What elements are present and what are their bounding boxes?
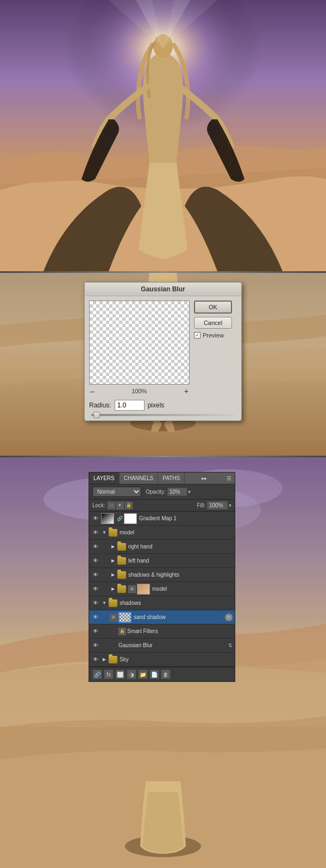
eye-smart-filters[interactable]: 👁 [91,627,100,636]
folder-left-hand [117,557,126,565]
layer-row-sky-group[interactable]: 👁 ▶ Sky [89,653,235,667]
expand-right-hand[interactable]: ▶ [110,544,116,550]
lock-pixels-button[interactable]: □ [108,502,115,509]
lock-label: Lock: [92,502,105,508]
new-adjustment-button[interactable]: ◑ [127,669,136,679]
layer-row-model-smart[interactable]: 👁 ▶ ⊞ model [89,582,235,596]
smart-object-icon: ⊞ [128,585,136,593]
layer-row-smart-filters: 👁 🔒 Smart Filters [89,624,235,639]
dialog-preview-row: – 100% + OK Cancel ✓ Preview [89,301,237,395]
opacity-input[interactable] [167,488,187,496]
slider-row [89,414,237,416]
fill-input[interactable] [207,501,228,509]
layers-footer: 🔗 fx ⬜ ◑ 📁 📄 🗑 [89,667,235,681]
dialog-body: – 100% + OK Cancel ✓ Preview Radiu [85,296,241,420]
eye-sky-group[interactable]: 👁 [91,655,100,664]
lock-move-button[interactable]: ✦ [116,502,124,509]
layer-row-shadows-group[interactable]: 👁 ▼ shadows [89,596,235,610]
add-mask-button[interactable]: ⬜ [115,669,125,679]
bottom-desert-scene: LAYERS CHANNELS PATHS ▸▸ ☰ Normal Opacit… [0,456,326,868]
tab-paths[interactable]: PATHS [158,473,185,484]
middle-desert-scene: Gaussian Blur – 100% + OK Cancel [0,271,326,456]
eye-shadows-group[interactable]: 👁 [91,599,100,608]
layer-row-left-hand[interactable]: 👁 ▶ left hand [89,554,235,568]
layer-row-shadows-highlights[interactable]: 👁 ▶ shadows & highlights [89,568,235,582]
separator-1 [0,271,326,273]
eye-gradient-map[interactable]: 👁 [91,514,100,523]
new-group-button[interactable]: 📁 [138,669,148,679]
layer-name-shadows-group: shadows [120,600,233,606]
cancel-button[interactable]: Cancel [194,317,232,329]
layer-name-shadows-highlights: shadows & highlights [128,572,233,578]
preview-label: Preview [203,332,224,339]
layer-row-gaussian-blur[interactable]: 👁 Gaussian Blur ⇅ [89,639,235,653]
layer-row-right-hand[interactable]: 👁 ▶ right hand [89,540,235,554]
folder-shadows-group [109,599,117,607]
eye-sand-shadow[interactable]: 👁 [91,613,100,622]
thumb-gradient-map [101,513,114,524]
folder-right-hand [117,543,126,551]
eye-gaussian-blur[interactable]: 👁 [91,641,100,650]
expand-shadows-highlights[interactable]: ▶ [110,572,116,578]
eye-left-hand[interactable]: 👁 [91,557,100,565]
radius-row: Radius: pixels [89,400,237,411]
eye-right-hand[interactable]: 👁 [91,542,100,551]
separator-2 [0,456,326,457]
expand-sky-group[interactable]: ▶ [101,656,108,663]
layer-name-sky-group: Sky [120,656,233,662]
folder-sky-group [109,656,117,663]
layer-row-gradient-map[interactable]: 👁 🔗 Gradient Map 1 [89,512,235,526]
radius-label: Radius: [89,401,111,409]
opacity-label: Opacity: [146,489,166,495]
add-style-button[interactable]: fx [104,669,114,679]
preview-area[interactable] [89,301,190,385]
layer-name-right-hand: right hand [128,544,233,550]
blend-mode-select[interactable]: Normal [92,487,141,497]
zoom-plus-button[interactable]: + [184,387,189,395]
expand-model-smart[interactable]: ▶ [110,586,116,592]
layers-panel: LAYERS CHANNELS PATHS ▸▸ ☰ Normal Opacit… [89,472,235,682]
thumb2-gradient-map [124,513,137,524]
tab-channels[interactable]: CHANNELS [120,473,158,484]
zoom-minus-button[interactable]: – [90,387,95,395]
fill-arrow[interactable]: ▾ [229,502,231,508]
more-tabs-icon[interactable]: ▸▸ [198,473,210,484]
expand-shadows-group[interactable]: ▼ [101,600,108,607]
layer-name-sand-shadow: sand shadow [134,614,225,620]
eye-shadows-highlights[interactable]: 👁 [91,571,100,579]
eye-model-smart[interactable]: 👁 [91,585,100,593]
layer-name-smart-filters: Smart Filters [127,628,233,634]
delete-layer-button[interactable]: 🗑 [161,669,171,679]
expand-left-hand[interactable]: ▶ [110,558,116,564]
folder-model-group [109,529,117,537]
panel-menu-icon[interactable]: ☰ [223,473,235,484]
layer-name-gaussian-blur: Gaussian Blur [118,642,228,648]
layer-name-left-hand: left hand [128,558,233,564]
gaussian-blur-dialog: Gaussian Blur – 100% + OK Cancel [84,282,242,421]
preview-checkbox[interactable]: ✓ [194,332,200,339]
opacity-arrow[interactable]: ▾ [188,489,191,495]
blend-opacity-row: Normal Opacity: ▾ [89,484,235,500]
lock-fill-row: Lock: □ ✦ 🔒 Fill: ▾ [89,500,235,512]
tab-layers[interactable]: LAYERS [89,473,120,484]
zoom-controls: – 100% + [89,387,190,395]
expand-model-group[interactable]: ▼ [101,529,108,536]
folder-model-smart [117,585,126,593]
preview-canvas: – 100% + [89,301,190,395]
link-layers-button[interactable]: 🔗 [92,669,102,679]
thumb-sand-shadow [118,612,131,623]
layer-row-sand-shadow[interactable]: 👁 ⊞ sand shadow ↻ [89,610,235,624]
lock-all-button[interactable]: 🔒 [125,502,133,509]
zoom-percent: 100% [131,388,147,394]
new-layer-button[interactable]: 📄 [149,669,159,679]
layer-row-model-group[interactable]: 👁 ▼ model [89,526,235,540]
layer-name-model-smart: model [152,586,233,592]
slider-thumb[interactable] [93,412,100,418]
eye-model-group[interactable]: 👁 [91,528,100,537]
layer-name-gradient-map: Gradient Map 1 [139,515,233,521]
filter-settings-icon[interactable]: ⇅ [228,643,233,648]
radius-slider[interactable] [91,414,235,416]
layers-tabs: LAYERS CHANNELS PATHS ▸▸ ☰ [89,473,235,484]
radius-input[interactable] [115,400,145,411]
ok-button[interactable]: OK [194,301,232,314]
